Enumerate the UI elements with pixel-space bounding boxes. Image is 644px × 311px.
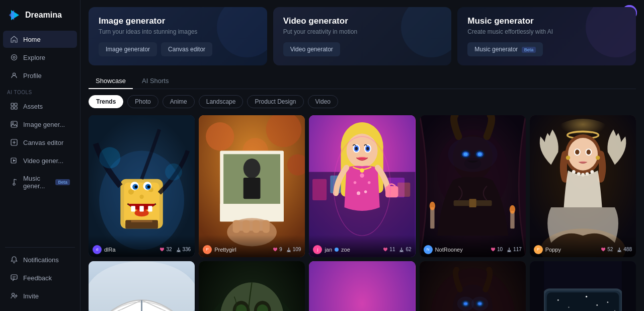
gallery-item-polaroid[interactable]: P Prettygirl 9 109 [199, 115, 305, 257]
svg-rect-59 [312, 179, 327, 200]
svg-point-102 [568, 138, 598, 171]
svg-point-73 [360, 173, 364, 177]
gallery-item-barbie2[interactable] [309, 261, 415, 311]
image-user: P Prettygirl [203, 245, 236, 254]
window-art [530, 261, 636, 311]
svg-point-24 [139, 195, 143, 199]
umbrella-art [89, 261, 195, 311]
svg-rect-33 [131, 206, 135, 211]
downloads-stat: 109 [286, 247, 301, 252]
svg-point-3 [13, 56, 15, 58]
image-footer: P Prettygirl 9 109 [199, 235, 305, 257]
svg-rect-141 [309, 261, 415, 311]
profile-icon [10, 71, 18, 80]
svg-point-75 [368, 181, 371, 184]
barbie-user: jan [325, 247, 332, 253]
sidebar: Dreamina Home Explore Profile AI tools A… [0, 0, 80, 311]
download-icon [399, 247, 404, 252]
filter-anime[interactable]: Anime [163, 95, 195, 108]
gallery-item-window[interactable] [530, 261, 636, 311]
likes-stat: 52 [601, 247, 613, 252]
gallery-item-barbie[interactable]: j jan zoe 11 62 [309, 115, 415, 257]
svg-rect-79 [385, 186, 398, 198]
nav-item-image-gen[interactable]: Image gener... [3, 116, 77, 133]
svg-rect-39 [131, 220, 152, 222]
image-stats: 32 336 [159, 247, 191, 252]
svg-point-66 [347, 134, 378, 168]
likes-stat: 9 [273, 247, 282, 252]
dreamina-logo-icon [7, 8, 21, 22]
tab-ai-shorts[interactable]: AI Shorts [135, 73, 176, 89]
downloads-stat: 62 [399, 247, 411, 252]
nav-item-profile[interactable]: Profile [3, 67, 77, 84]
svg-point-84 [429, 202, 435, 210]
nav-item-assets[interactable]: Assets [3, 98, 77, 115]
heart-icon [159, 247, 165, 252]
canvas-editor-button[interactable]: Canvas editor [161, 42, 212, 56]
svg-rect-83 [430, 207, 434, 228]
likes-stat: 11 [383, 247, 395, 252]
svg-point-41 [206, 122, 234, 150]
generator-cards: Image generator Turn your ideas into stu… [89, 7, 636, 65]
image-grid: d dlRa 32 336 [89, 115, 636, 311]
svg-point-106 [586, 149, 590, 154]
main-content: ₵ 0 Image generator Turn your ideas into… [80, 0, 644, 311]
gallery-item-spongebob[interactable]: d dlRa 32 336 [89, 115, 195, 257]
svg-point-86 [509, 205, 515, 214]
filter-row: Trends Photo Anime Landscape Product Des… [89, 95, 636, 108]
music-generator-button[interactable]: Music generator Beta [467, 42, 543, 56]
user-avatar-sm: P [203, 245, 212, 254]
image-stats: 10 117 [491, 247, 522, 252]
content-tabs: Showcase AI Shorts [89, 73, 636, 89]
video-generator-button[interactable]: Video generator [283, 42, 340, 56]
svg-rect-35 [148, 206, 152, 211]
svg-rect-34 [139, 206, 143, 211]
gallery-item-skull[interactable] [199, 261, 305, 311]
image-generator-button[interactable]: Image generator [99, 42, 157, 56]
nav-item-feedback[interactable]: Feedback [3, 269, 77, 286]
image-stats: 11 62 [383, 247, 411, 252]
image-gen-icon [10, 120, 18, 128]
download-icon [286, 247, 291, 252]
filter-landscape[interactable]: Landscape [199, 95, 244, 108]
svg-rect-189 [622, 261, 636, 311]
notrooney-art [420, 261, 526, 311]
heart-icon [601, 247, 606, 252]
likes-stat: 10 [491, 247, 503, 252]
nav-item-invite[interactable]: Invite [3, 287, 77, 304]
bell-icon [10, 256, 18, 264]
user-avatar-sm: N [424, 245, 433, 254]
gallery-item-demon[interactable]: N NotRooney 10 117 [420, 115, 526, 257]
filter-photo[interactable]: Photo [127, 95, 158, 108]
gallery-item-umbrella[interactable] [89, 261, 195, 311]
nav-item-notifications[interactable]: Notifications [3, 251, 77, 268]
nav-item-canvas-editor[interactable]: Canvas editor [3, 134, 77, 151]
nav-item-explore[interactable]: Explore [3, 49, 77, 66]
gallery-item-angel[interactable]: P Poppy 52 488 [530, 115, 636, 257]
svg-rect-7 [11, 107, 14, 109]
invite-icon [10, 292, 18, 300]
co-user: zoe [341, 247, 350, 253]
gallery-item-notrooney[interactable] [420, 261, 526, 311]
heart-icon [383, 247, 388, 252]
nav-item-video-gen[interactable]: Video gener... [3, 152, 77, 169]
heart-icon [273, 247, 278, 252]
svg-rect-54 [243, 220, 250, 232]
svg-point-4 [13, 73, 16, 75]
nav-item-music-gen[interactable]: Music gener... Beta [3, 170, 77, 194]
filter-trends[interactable]: Trends [89, 95, 123, 108]
nav-item-home[interactable]: Home [3, 31, 77, 48]
svg-point-14 [12, 293, 15, 296]
barbie2-art [309, 261, 415, 311]
svg-point-105 [575, 149, 579, 154]
svg-point-74 [354, 181, 357, 184]
tab-showcase[interactable]: Showcase [89, 73, 133, 89]
logo[interactable]: Dreamina [0, 6, 80, 30]
filter-product-design[interactable]: Product Design [247, 95, 303, 108]
downloads-stat: 117 [507, 247, 522, 252]
downloads-stat: 336 [176, 247, 191, 252]
svg-point-76 [357, 191, 360, 195]
image-user: N NotRooney [424, 245, 463, 254]
filter-video[interactable]: Video [308, 95, 338, 108]
svg-point-10 [12, 122, 14, 124]
